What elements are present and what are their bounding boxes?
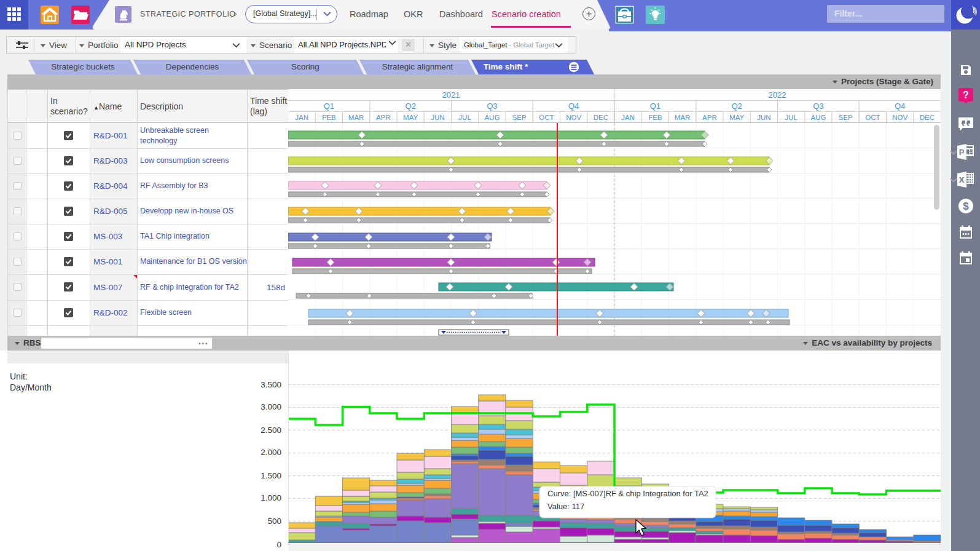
svg-text:$: $ xyxy=(963,200,969,212)
svg-text:JUL: JUL xyxy=(458,114,471,121)
svg-text:FEB: FEB xyxy=(648,114,662,121)
svg-text:P: P xyxy=(958,148,964,157)
svg-text:AUG: AUG xyxy=(484,114,500,121)
svg-text:MAY: MAY xyxy=(729,114,744,121)
svg-text:FEB: FEB xyxy=(322,114,336,121)
svg-text:MAR: MAR xyxy=(675,114,691,121)
svg-text:Q2: Q2 xyxy=(731,101,742,111)
svg-text:JUL: JUL xyxy=(785,114,798,121)
svg-text:DEC: DEC xyxy=(594,114,608,121)
svg-text:OCT: OCT xyxy=(865,114,880,121)
svg-text:?: ? xyxy=(963,90,969,100)
svg-text:Curve: [MS-007]RF & chip Integ: Curve: [MS-007]RF & chip Integration for… xyxy=(547,489,708,498)
svg-text:MAY: MAY xyxy=(403,114,418,121)
svg-text:Q2: Q2 xyxy=(406,101,416,111)
svg-text:NOV: NOV xyxy=(892,114,907,121)
svg-text:Q3: Q3 xyxy=(813,101,823,111)
svg-text:2022: 2022 xyxy=(769,90,786,100)
svg-text:APR: APR xyxy=(376,114,391,121)
svg-text:NOV: NOV xyxy=(566,114,581,121)
svg-text:JUN: JUN xyxy=(431,114,444,121)
svg-text:2021: 2021 xyxy=(442,90,460,100)
svg-text:Q4: Q4 xyxy=(895,101,905,111)
svg-text:JUN: JUN xyxy=(757,114,770,121)
svg-text:SEP: SEP xyxy=(512,114,527,121)
svg-text:DEC: DEC xyxy=(920,114,935,121)
svg-text:Q1: Q1 xyxy=(650,101,661,111)
svg-text:OCT: OCT xyxy=(539,114,554,121)
svg-text:AUG: AUG xyxy=(810,114,826,121)
svg-text:Q1: Q1 xyxy=(324,101,334,111)
svg-text:APR: APR xyxy=(702,114,717,121)
svg-text:SEP: SEP xyxy=(839,114,853,121)
svg-text:X: X xyxy=(958,175,964,184)
svg-text:Q4: Q4 xyxy=(568,101,579,111)
svg-text:JAN: JAN xyxy=(295,114,308,121)
svg-text:Q3: Q3 xyxy=(487,101,497,111)
svg-text:Value: 117: Value: 117 xyxy=(547,502,584,511)
svg-text:MAR: MAR xyxy=(348,114,364,121)
svg-text:JAN: JAN xyxy=(621,114,635,121)
